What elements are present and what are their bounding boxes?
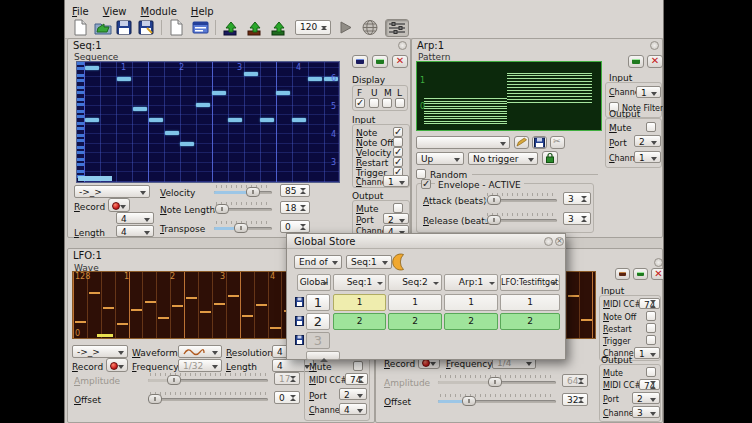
store-row2-button[interactable]: 2 [306, 313, 330, 330]
lfo-step[interactable] [214, 303, 225, 305]
seq-transpose-slider[interactable] [214, 221, 272, 233]
seq-float-icon[interactable] [398, 41, 407, 50]
arp-float-icon[interactable] [650, 41, 659, 50]
lfo2-output-cc-spinbox[interactable]: 74 [639, 379, 660, 390]
lfo-step[interactable] [117, 323, 128, 325]
lfo2-amplitude-slider[interactable] [438, 375, 556, 387]
mute-checkbox[interactable] [646, 367, 656, 377]
lfo-frequency-select[interactable]: 1/32 [178, 359, 222, 372]
note-off-checkbox[interactable] [646, 311, 656, 321]
lfo2-offset-spinbox[interactable]: 32 [562, 393, 588, 406]
lfo2-input-channel-select[interactable]: 1 [634, 347, 660, 359]
store-column-global[interactable]: Global [297, 274, 331, 291]
arp-release-spinbox[interactable]: 3 [563, 212, 591, 225]
display-upper-checkbox[interactable] [369, 98, 379, 108]
seq-note[interactable] [292, 118, 306, 122]
seq-note[interactable] [85, 118, 99, 122]
seq-note[interactable] [228, 118, 242, 122]
lfo-step[interactable] [256, 304, 267, 306]
arp-direction-select[interactable]: Up [416, 152, 464, 165]
lfo-wave-display[interactable]: 128 0 1 2 3 4 [72, 271, 302, 339]
seq-velocity-slider[interactable] [214, 185, 272, 197]
lfo-loop-mode-select[interactable]: ->_> [72, 345, 128, 358]
dialog-float-icon[interactable] [544, 237, 553, 246]
arp-input-channel-select[interactable]: 1 [636, 86, 661, 98]
arp-delete-pattern-button[interactable]: ✂ [550, 136, 565, 149]
display-full-checkbox[interactable] [355, 98, 365, 108]
save-file-as-icon[interactable] [137, 19, 157, 37]
arp-attack-spinbox[interactable]: 3 [563, 192, 591, 205]
seq-resolution-select[interactable]: 4 [116, 212, 154, 224]
lfo2-show-button[interactable] [633, 268, 648, 280]
arp-output-channel-select[interactable]: 1 [634, 151, 661, 163]
note-checkbox[interactable] [393, 127, 403, 137]
store-row2-save-icon[interactable] [295, 316, 304, 326]
seq-note[interactable] [244, 72, 258, 76]
store-column-seq1[interactable]: Seq:1 [333, 274, 386, 291]
store-switch-module-select[interactable]: Seq:1 [346, 255, 392, 269]
new-session-icon[interactable] [167, 19, 187, 37]
lfo-amplitude-spinbox[interactable]: 17 [274, 372, 300, 385]
lfo-step[interactable] [172, 305, 183, 307]
event-log-icon[interactable] [191, 19, 211, 37]
lfo2-offset-slider[interactable] [438, 394, 556, 406]
lfo-step[interactable] [186, 297, 197, 299]
seq-transpose-spinbox[interactable]: 0 [280, 220, 310, 233]
store-collapse-button[interactable] [306, 351, 340, 360]
add-arp-icon[interactable] [221, 19, 241, 37]
lfo-output-port-select[interactable]: 2 [339, 388, 367, 400]
seq-note[interactable] [149, 118, 163, 122]
lfo-output-channel-select[interactable]: 4 [339, 403, 367, 415]
lfo2-output-channel-select[interactable]: 3 [632, 406, 660, 418]
seq-note-length-slider[interactable] [214, 202, 272, 214]
arp-store-pattern-button[interactable] [532, 136, 547, 149]
seq-note[interactable] [212, 91, 226, 95]
lfo-step[interactable] [200, 311, 211, 313]
arp-output-port-select[interactable]: 2 [634, 135, 661, 147]
seq-record-button[interactable] [108, 198, 130, 212]
lfo-step[interactable] [581, 319, 592, 321]
store-column-seq2[interactable]: Seq:2 [388, 274, 442, 291]
seq-note[interactable] [85, 66, 99, 70]
seq-note[interactable] [196, 103, 210, 107]
seq-mute-button[interactable] [352, 55, 368, 68]
lfo-step[interactable] [131, 309, 142, 311]
dialog-close-icon[interactable]: × [555, 237, 564, 246]
mute-checkbox[interactable] [646, 122, 656, 132]
store-cell[interactable]: 2 [444, 313, 498, 330]
restart-checkbox[interactable] [646, 323, 656, 333]
arp-attack-slider[interactable] [485, 193, 557, 205]
play-button[interactable] [337, 19, 357, 37]
mute-checkbox[interactable] [353, 361, 363, 371]
store-cell[interactable]: 1 [500, 294, 560, 311]
seq-length-select[interactable]: 4 [116, 225, 154, 237]
tempo-spinbox[interactable]: 120 [295, 20, 331, 35]
store-cell[interactable]: 1 [444, 294, 498, 311]
seq-show-button[interactable] [372, 55, 388, 68]
arp-envelope-checkbox[interactable] [421, 179, 431, 189]
seq-velocity-spinbox[interactable]: 85 [280, 184, 310, 197]
store-row1-button[interactable]: 1 [306, 294, 330, 311]
arp-latch-button[interactable] [542, 151, 558, 165]
arp-preset-select[interactable] [416, 136, 510, 149]
lfo-step[interactable] [228, 295, 239, 297]
seq-output-port-select[interactable]: 2 [383, 213, 409, 224]
lfo-step[interactable] [89, 292, 100, 294]
open-file-icon[interactable] [93, 19, 113, 37]
lfo2-output-port-select[interactable]: 2 [632, 392, 660, 404]
global-store-toggle[interactable] [385, 19, 409, 37]
store-cell[interactable]: 1 [333, 294, 386, 311]
seq-note[interactable] [117, 77, 131, 81]
lfo2-delete-button[interactable]: ✕ [651, 268, 664, 280]
seq-note[interactable] [180, 142, 194, 146]
seq-note[interactable] [260, 118, 274, 122]
lfo-amplitude-slider[interactable] [148, 373, 268, 385]
store-column-arp1[interactable]: Arp:1 [444, 274, 498, 291]
dialog-title-bar[interactable]: Global Store × [287, 234, 565, 249]
store-cell[interactable]: 1 [388, 294, 442, 311]
arp-pattern-display[interactable]: 1 0 [416, 61, 602, 131]
arp-edit-pattern-button[interactable] [514, 136, 529, 149]
save-file-icon[interactable] [115, 19, 135, 37]
lfo-record-button[interactable] [106, 358, 128, 372]
arp-release-slider[interactable] [485, 213, 557, 225]
